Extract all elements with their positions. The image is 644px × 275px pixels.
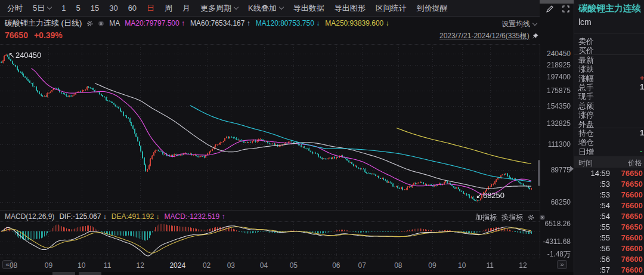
period-button-label: 到价提醒	[417, 3, 448, 14]
quote-row-6: 现手	[574, 91, 644, 100]
time-axis-label: 09	[45, 261, 52, 270]
quote-row-1: 买价	[574, 45, 644, 54]
quote-row-12: 日增-	[574, 146, 644, 156]
quote-panel-title: 碳酸锂主力连续	[578, 3, 641, 14]
bottom-strip-rect	[52, 272, 75, 275]
remove-indicator-icon[interactable]	[98, 20, 104, 27]
period-button-label: 周	[165, 3, 172, 14]
period-button-13[interactable]: 导出图形	[335, 3, 366, 14]
tick-price: 76650	[621, 223, 643, 231]
quote-group-separator	[574, 54, 644, 55]
arrow-down-left-icon: ↙	[476, 191, 482, 200]
ma-value-1: MA60:76534.167 ↑	[190, 19, 250, 27]
period-button-label: 30	[109, 4, 117, 13]
period-button-6[interactable]: 60	[128, 4, 137, 13]
tick-price: 76600	[621, 244, 643, 253]
chart-header: 碳酸锂主力连续 (日线) MA MA20:79797.500 ↑MA60:765…	[5, 18, 389, 28]
date-range-label: 2023/7/21-2024/12/6(335根)	[439, 31, 530, 41]
time-axis-label: 08	[394, 261, 402, 270]
time-axis-label: 12	[137, 261, 144, 270]
time-axis-label: 11	[487, 261, 494, 270]
time-axis-label: 2024	[169, 261, 185, 270]
price-axis-tick: 218925	[541, 61, 571, 69]
period-button-2[interactable]: 1	[61, 4, 66, 13]
tick-price: 76600	[621, 190, 643, 199]
tick-time-header: 时间	[578, 158, 593, 168]
time-axis-label: 12	[519, 261, 527, 270]
period-button-9[interactable]: 月	[182, 3, 190, 14]
chevron-down-icon	[234, 5, 239, 10]
tick-time: :54	[574, 212, 610, 221]
tick-time: 14:59	[574, 169, 610, 178]
price-axis-tick: 132825	[541, 119, 571, 128]
period-button-5[interactable]: 30	[109, 4, 117, 13]
price-axis-tick: 240450	[541, 50, 571, 58]
period-button-10[interactable]: 更多周期	[200, 3, 238, 14]
period-button-8[interactable]: 周	[165, 3, 172, 14]
quote-row-5: 总手1	[574, 82, 644, 91]
price-row: 76650 +0.39%	[5, 30, 63, 40]
date-range-button[interactable]: 2023/7/21-2024/12/6(335根)	[439, 31, 538, 41]
period-button-7[interactable]: 日	[147, 3, 154, 14]
annotation-high: ↖240450	[8, 51, 41, 60]
macd-value-2: MACD:-1232.519 ↑	[164, 212, 225, 221]
tick-price: 76650	[621, 212, 643, 221]
period-button-12[interactable]: 导出数据	[293, 3, 324, 14]
time-axis-label: 11	[104, 261, 111, 270]
annotation-high-value: 240450	[16, 51, 41, 60]
quote-panel: 碳酸锂主力连续 lcm 卖价买价最新涨跌涨幅+总手1现手总额涨停外盘持仓1增仓日…	[574, 0, 644, 275]
price-axis-tick: 68250	[541, 198, 571, 206]
quote-row-value: 1	[640, 128, 644, 137]
tick-price: 76600	[621, 255, 643, 264]
price-axis-tick: 111300	[541, 140, 571, 149]
tick-time: :56	[574, 244, 610, 253]
period-button-1[interactable]: 5日	[33, 3, 51, 14]
time-axis-label: 05	[290, 261, 298, 270]
tick-row-0: 14:5976650	[574, 168, 644, 178]
time-axis-label: 04	[260, 261, 268, 270]
tick-row-4: :5476650	[574, 211, 644, 221]
panel-divider	[574, 33, 644, 33]
ma-settings-gear-icon[interactable]	[86, 20, 93, 27]
period-button-0[interactable]: 分时	[7, 3, 23, 14]
tick-price: 76650	[621, 180, 643, 189]
time-axis-label: 09	[428, 261, 436, 270]
quote-row-2: 最新	[574, 54, 644, 64]
scroll-right-button[interactable]: »	[557, 260, 567, 269]
annotation-low: ↙68250	[476, 191, 504, 200]
quote-row-7: 总额	[574, 100, 644, 110]
period-button-label: 5	[76, 4, 80, 13]
period-button-label: 区间统计	[376, 3, 407, 14]
quote-row-11: 增仓	[574, 137, 644, 146]
tick-time: :54	[574, 201, 610, 210]
bottom-strip-rect	[79, 272, 101, 275]
draw-tool-icon[interactable]	[546, 5, 554, 13]
axis-scrollbar[interactable]	[538, 160, 540, 186]
period-button-label: 60	[128, 4, 137, 13]
quote-row-4: 涨幅+	[574, 73, 644, 82]
tick-list-header: 时间 价格	[574, 156, 644, 168]
macd-separator	[0, 210, 540, 211]
fullscreen-icon[interactable]	[562, 5, 570, 13]
period-button-14[interactable]: 区间统计	[376, 3, 407, 14]
time-axis-label: 03	[227, 261, 235, 270]
quote-row-9: 外盘	[574, 119, 644, 128]
tick-price: 76600	[621, 233, 643, 242]
panel-collapse-handle[interactable]	[570, 166, 574, 172]
ma-settings-button[interactable]: 设置均线	[501, 19, 537, 29]
candlestick-chart[interactable]	[0, 45, 540, 210]
period-button-15[interactable]: 到价提醒	[417, 3, 448, 14]
trading-terminal: 分时5日15153060日周月更多周期K线叠加导出数据导出图形区间统计到价提醒 …	[0, 0, 644, 275]
tick-time: :53	[574, 190, 610, 199]
macd-chart[interactable]	[0, 222, 540, 258]
macd-value-0: DIF:-125.067 ↓	[59, 212, 106, 221]
period-button-label: 导出图形	[335, 3, 366, 14]
period-button-3[interactable]: 5	[76, 4, 80, 13]
period-button-11[interactable]: K线叠加	[248, 3, 283, 14]
period-button-4[interactable]: 15	[91, 4, 99, 13]
time-axis-label: 10	[78, 261, 85, 270]
macd-axis-label: -4311.68	[525, 237, 571, 246]
chevron-down-icon	[532, 21, 537, 26]
tick-row-9: :5776600	[574, 264, 644, 275]
quote-row-value: -	[640, 147, 642, 156]
